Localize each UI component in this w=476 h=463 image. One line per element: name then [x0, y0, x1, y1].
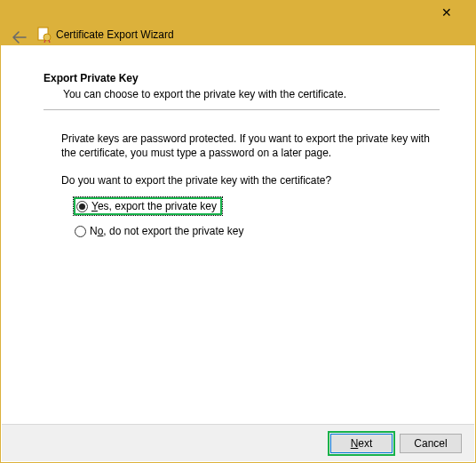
close-icon: ✕ [441, 5, 452, 20]
titlebar: ✕ Certificate Export Wizard [1, 1, 475, 45]
wizard-window: ✕ Certificate Export Wizard Export Priva… [0, 0, 476, 463]
radio-yes-label: Yes, export the private key [91, 200, 217, 212]
divider [44, 109, 440, 110]
close-button[interactable]: ✕ [429, 3, 464, 22]
radio-yes-export[interactable]: Yes, export the private key [74, 197, 222, 215]
radio-no-export[interactable]: No, do not export the private key [74, 224, 247, 238]
question-text: Do you want to export the private key wi… [61, 174, 440, 187]
content-area: Export Private Key You can choose to exp… [1, 45, 475, 423]
back-arrow-icon [12, 31, 27, 44]
radio-indicator-icon [75, 226, 86, 237]
cancel-button[interactable]: Cancel [400, 434, 462, 453]
back-button[interactable] [10, 29, 29, 45]
radio-no-label: No, do not export the private key [90, 225, 243, 237]
page-subheading: You can choose to export the private key… [63, 88, 440, 100]
radio-indicator-icon [76, 201, 88, 212]
radio-group: Yes, export the private key No, do not e… [74, 197, 440, 247]
next-button[interactable]: Next [330, 434, 393, 453]
footer: Next Cancel [2, 424, 474, 461]
svg-point-1 [44, 34, 51, 41]
info-text: Private keys are password protected. If … [61, 132, 440, 160]
certificate-icon [36, 27, 52, 43]
page-heading: Export Private Key [44, 72, 440, 84]
wizard-title: Certificate Export Wizard [56, 28, 174, 41]
